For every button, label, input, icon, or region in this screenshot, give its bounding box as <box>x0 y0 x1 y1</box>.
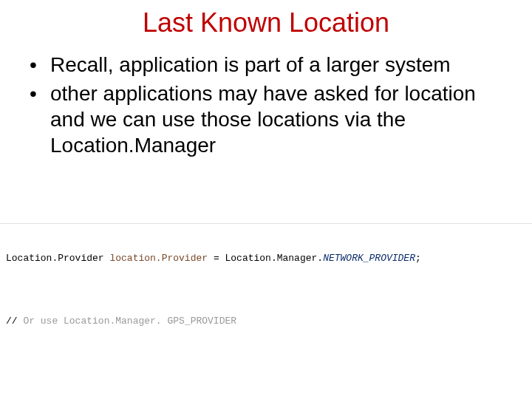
code-line-comment: // Or use Location.Manager. GPS_PROVIDER <box>6 313 526 330</box>
slide-title: Last Known Location <box>0 7 532 38</box>
code-token-punct: ; <box>415 253 421 264</box>
code-token-comment-slashes: // <box>6 316 18 327</box>
bullet-item: other applications may have asked for lo… <box>30 81 502 158</box>
slide: Last Known Location Recall, application … <box>0 0 532 399</box>
code-block: Location.Provider location.Provider = Lo… <box>0 223 532 399</box>
code-token-punct: . <box>317 253 323 264</box>
slide-body: Recall, application is part of a larger … <box>30 52 502 161</box>
code-token-constant: NETWORK_PROVIDER <box>323 253 415 264</box>
code-line: Location.Provider location.Provider = Lo… <box>6 250 526 267</box>
bullet-list: Recall, application is part of a larger … <box>30 52 502 158</box>
bullet-item: Recall, application is part of a larger … <box>30 52 502 78</box>
code-token-variable: location.Provider <box>109 253 208 264</box>
code-token-type: Location.Provider <box>6 253 104 264</box>
code-token-comment: Or use Location.Manager. GPS_PROVIDER <box>18 316 236 327</box>
code-token-operator: = <box>214 253 219 264</box>
code-token-class: Location.Manager <box>225 253 318 264</box>
